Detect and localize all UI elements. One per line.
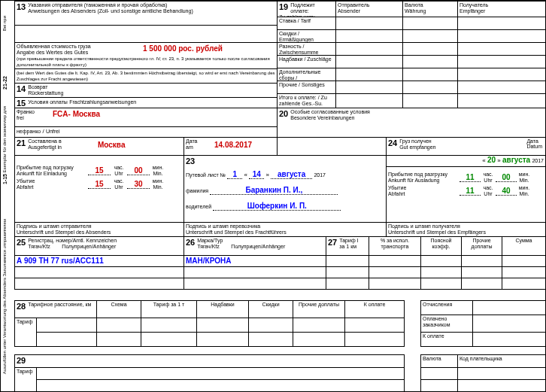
row-departure: УбытиеAbfahrt 15 час.Uhr 30 мин.Min. (17, 178, 182, 190)
lbl: Min. (150, 171, 166, 177)
ah: 11 (460, 173, 481, 182)
v[interactable] (326, 278, 369, 290)
v[interactable] (335, 42, 403, 56)
v[interactable] (402, 42, 458, 56)
v[interactable] (335, 81, 403, 94)
v[interactable] (402, 55, 458, 68)
lbl: Empfänger (460, 8, 544, 14)
v[interactable] (502, 278, 546, 290)
v[interactable] (196, 318, 249, 333)
box-13b[interactable] (14, 25, 278, 43)
sig-carrier: Подпись и штамп перевозчикаUnterschrift … (184, 222, 387, 237)
v[interactable] (402, 17, 458, 30)
v[interactable] (335, 55, 403, 68)
v[interactable] (420, 255, 462, 267)
v[interactable] (184, 278, 326, 290)
v[interactable] (457, 68, 546, 81)
v[interactable] (457, 17, 546, 30)
lbl: Убытие (17, 178, 88, 184)
v[interactable] (326, 255, 369, 267)
lbl: Unterschrift und Stempel des Absenders (17, 229, 182, 236)
r: Итого к оплате: / Zu zahlende Ges.-Su. (277, 93, 336, 108)
v[interactable] (326, 266, 369, 278)
lbl: Besondere Vereinbarungen (279, 115, 544, 121)
sig-receiver: Подпись и штамп получателяUnterschrift u… (386, 222, 546, 237)
v[interactable] (335, 68, 403, 81)
v[interactable] (293, 332, 345, 347)
r: Код плательщика (457, 354, 546, 368)
v[interactable] (344, 318, 405, 333)
lbl: Подпись и штамп получателя (388, 223, 544, 229)
v[interactable] (472, 300, 546, 315)
lbl: Min. (517, 178, 532, 184)
v[interactable] (369, 278, 421, 290)
v[interactable] (184, 266, 326, 278)
v[interactable] (420, 266, 462, 278)
dm: 30 (127, 180, 150, 189)
lbl: Полуприцеп/Anhänger (231, 244, 285, 249)
v[interactable] (141, 332, 197, 347)
v[interactable] (369, 255, 421, 267)
v[interactable] (248, 318, 293, 333)
v[interactable] (369, 266, 421, 278)
lbl: мин. (517, 185, 532, 191)
v[interactable] (141, 318, 197, 333)
lbl: Подпись и штамп отправителя (17, 223, 182, 229)
v[interactable] (502, 255, 546, 267)
v[interactable] (344, 332, 405, 347)
v[interactable] (402, 93, 458, 108)
v[interactable] (36, 367, 405, 380)
v[interactable] (335, 93, 403, 108)
v[interactable] (36, 318, 97, 333)
v[interactable] (248, 332, 293, 347)
v[interactable] (335, 17, 403, 30)
v[interactable] (472, 332, 546, 347)
v[interactable] (96, 332, 141, 347)
lbl: Abfahrt (17, 184, 88, 190)
v[interactable] (472, 315, 546, 333)
lbl: Unfrei (46, 129, 60, 134)
date: 14.08.2017 (214, 141, 252, 149)
lbl: час. (111, 178, 127, 184)
v[interactable] (14, 266, 184, 278)
v[interactable] (502, 266, 546, 278)
v[interactable] (196, 332, 249, 347)
lbl: 2017 (314, 172, 326, 178)
v[interactable] (14, 278, 184, 290)
v[interactable] (36, 379, 405, 392)
v[interactable] (457, 93, 546, 108)
v[interactable] (420, 367, 458, 380)
lbl: мин. (150, 178, 166, 184)
v[interactable] (402, 68, 458, 81)
v[interactable] (402, 29, 458, 43)
v[interactable] (293, 318, 345, 333)
dh: 11 (460, 187, 481, 196)
lbl: Rückerstattung (17, 90, 275, 96)
v[interactable] (457, 379, 546, 392)
lbl: Frachtzahlungsanweisungen (69, 99, 136, 105)
v[interactable] (457, 42, 546, 56)
box-29: 29 (14, 354, 405, 368)
lbl: (bei dem Wert des Gutes die lt. Kap. IV,… (17, 70, 275, 82)
v[interactable] (457, 367, 546, 380)
lbl: Uhr (481, 191, 496, 197)
v[interactable] (402, 81, 458, 94)
v[interactable] (96, 318, 141, 333)
v[interactable] (420, 278, 462, 290)
v[interactable] (335, 29, 403, 43)
num-13: 13 (17, 2, 26, 11)
v[interactable] (457, 29, 546, 43)
lbl: Надбавки / Zuschläge (279, 56, 334, 62)
v[interactable] (461, 255, 502, 267)
tarif-label: Тариф (14, 318, 37, 347)
v[interactable] (420, 379, 458, 392)
v[interactable] (461, 278, 502, 290)
v[interactable] (36, 332, 97, 347)
v[interactable] (457, 81, 546, 94)
r: Скидки / Ermäßigungen (277, 29, 336, 43)
col: Тариф за 1 т (141, 300, 197, 318)
v[interactable] (461, 266, 502, 278)
lbl: Скидки (250, 302, 291, 308)
side-label3: Auszufüllen unter Verantwortung des Abse… (2, 219, 7, 374)
v[interactable] (457, 55, 546, 68)
